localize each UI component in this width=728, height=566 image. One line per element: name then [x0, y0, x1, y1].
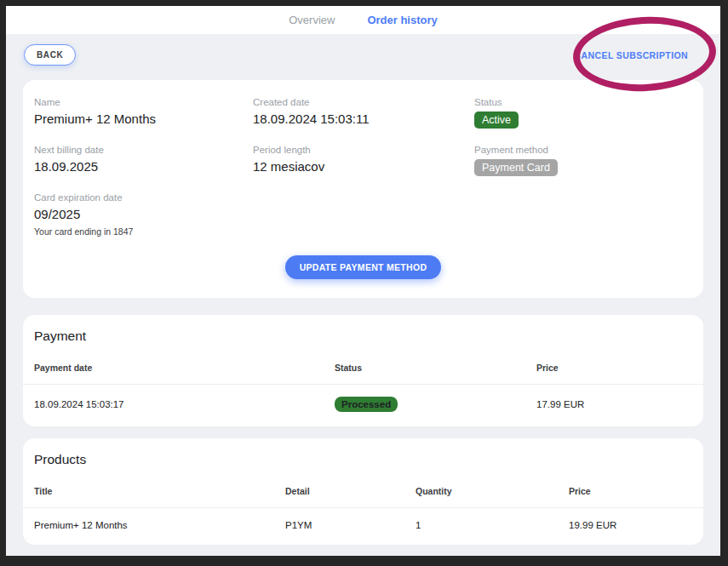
field-next-billing-date: Next billing date 18.09.2025	[34, 145, 253, 176]
payment-col-date: Payment date	[34, 363, 335, 373]
subscription-details-card: Name Premium+ 12 Months Created date 18.…	[23, 80, 703, 298]
products-col-detail: Detail	[285, 486, 416, 496]
products-col-quantity: Quantity	[416, 486, 569, 496]
field-period-length-label: Period length	[253, 145, 474, 155]
field-name-label: Name	[34, 97, 253, 107]
payment-table-row: 18.09.2024 15:03:17 Processed 17.99 EUR	[23, 385, 703, 426]
processed-badge: Processed	[335, 397, 398, 412]
products-col-price: Price	[569, 486, 692, 496]
payment-col-status: Status	[335, 363, 536, 373]
subscription-fields: Name Premium+ 12 Months Created date 18.…	[34, 97, 692, 237]
app-window: Overview Order history BACK CANCEL SUBSC…	[0, 0, 728, 566]
field-card-expiration: Card expiration date 09/2025 Your card e…	[34, 192, 253, 237]
product-row-quantity: 1	[416, 520, 569, 530]
field-status: Status Active	[474, 97, 692, 129]
tab-order-history[interactable]: Order history	[367, 14, 437, 26]
payment-col-price: Price	[536, 363, 692, 373]
field-name-value: Premium+ 12 Months	[34, 111, 253, 126]
update-payment-row: UPDATE PAYMENT METHOD	[34, 255, 692, 279]
field-payment-method-label: Payment method	[474, 145, 692, 155]
field-card-expiration-label: Card expiration date	[34, 192, 253, 203]
product-row-detail: P1YM	[285, 520, 416, 530]
field-period-length: Period length 12 mesiacov	[253, 145, 474, 176]
top-navigation: Overview Order history	[6, 6, 720, 34]
products-section-title: Products	[23, 452, 703, 467]
field-status-label: Status	[474, 97, 692, 107]
product-row-title: Premium+ 12 Months	[34, 520, 285, 530]
status-badge: Active	[474, 111, 519, 129]
field-created-date-value: 18.09.2024 15:03:11	[253, 111, 474, 126]
field-card-expiration-value: 09/2025	[34, 207, 253, 221]
product-row-price: 19.99 EUR	[569, 520, 692, 530]
field-next-billing-date-value: 18.09.2025	[34, 159, 253, 174]
cancel-subscription-link[interactable]: CANCEL SUBSCRIPTION	[575, 50, 688, 60]
products-table-header: Title Detail Quantity Price	[23, 486, 703, 507]
products-section-card: Products Title Detail Quantity Price Pre…	[23, 438, 703, 545]
payment-section-card: Payment Payment date Status Price 18.09.…	[23, 315, 703, 426]
field-created-date: Created date 18.09.2024 15:03:11	[253, 97, 474, 129]
field-created-date-label: Created date	[253, 97, 474, 107]
payment-section-title: Payment	[23, 329, 703, 344]
toolbar: BACK CANCEL SUBSCRIPTION	[6, 34, 720, 80]
payment-row-price: 17.99 EUR	[536, 399, 692, 409]
field-payment-method: Payment method Payment Card	[474, 145, 692, 176]
field-name: Name Premium+ 12 Months	[34, 97, 253, 129]
payment-method-badge: Payment Card	[474, 159, 558, 176]
products-table-row: Premium+ 12 Months P1YM 1 19.99 EUR	[23, 508, 703, 545]
update-payment-method-button[interactable]: UPDATE PAYMENT METHOD	[285, 255, 442, 279]
field-next-billing-date-label: Next billing date	[34, 145, 253, 155]
back-button[interactable]: BACK	[24, 44, 76, 66]
card-ending-note: Your card ending in 1847	[34, 226, 253, 237]
tab-overview[interactable]: Overview	[289, 14, 335, 26]
payment-row-date: 18.09.2024 15:03:17	[34, 399, 335, 409]
field-period-length-value: 12 mesiacov	[253, 159, 474, 174]
products-col-title: Title	[34, 486, 285, 496]
payment-table-header: Payment date Status Price	[23, 363, 703, 384]
